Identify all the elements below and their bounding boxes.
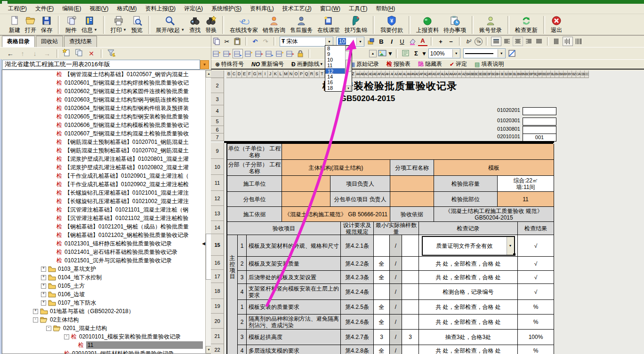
column-header-BW[interactable]: BW [559, 71, 564, 78]
tree-item[interactable]: 检【长螺旋钻孔压灌桩基础】01021002_混凝土灌注 [2, 197, 206, 205]
new-sheet-icon[interactable] [61, 48, 72, 58]
column-header-O[interactable]: O [294, 71, 299, 78]
column-header-R[interactable]: R [309, 71, 314, 78]
column-header-F[interactable]: F [247, 71, 252, 78]
tree-item-label[interactable]: 【长螺旋钻孔压灌桩基础】01021002_混凝土灌注 [64, 197, 189, 205]
row-header-20[interactable]: 20 [211, 314, 224, 329]
align-right-icon[interactable] [524, 37, 533, 46]
menu-item-P[interactable]: 工程(P) [4, 4, 31, 14]
row-header-16[interactable]: 16 [211, 256, 224, 270]
tree-item[interactable]: +0104_地下水控制 [2, 273, 206, 282]
column-header-AM[interactable]: AM [407, 71, 411, 78]
column-header-BG[interactable]: BG [491, 71, 496, 78]
menu-item-L[interactable]: 资料库(L) [246, 4, 278, 14]
tree-item-label[interactable]: 01021401_岩石锚杆基础检验批质量验收记录 [64, 248, 177, 256]
row-header-13[interactable]: 13 [211, 206, 224, 221]
toolbar-button-预览[interactable]: 预览 [131, 15, 143, 33]
tree-item[interactable]: 检【干作业成孔桩基础】01020901_混凝土灌注桩（ [2, 172, 206, 180]
toolbar-button-打开[interactable]: 打开 [25, 15, 36, 33]
tree-item[interactable]: -检02010101_模板安装检验批质量验收记录 [2, 332, 206, 341]
column-header-B[interactable]: B [226, 71, 232, 78]
align-justify-icon[interactable] [491, 37, 501, 46]
column-header-AO[interactable]: AO [415, 71, 419, 78]
column-header-BQ[interactable]: BQ [534, 71, 538, 78]
column-header-BP[interactable]: BP [530, 71, 534, 78]
tree-item-label[interactable]: 02010101_模板安装检验批质量验收记录 [79, 333, 181, 341]
row-header-5[interactable]: 5 [211, 117, 224, 126]
tree-item-label[interactable]: 【泥浆护壁成孔灌注桩基础】01020801_混凝土灌 [64, 155, 189, 163]
merge-cells-icon[interactable] [275, 49, 284, 58]
row-header-21[interactable]: 21 [211, 329, 224, 344]
column-header-BU[interactable]: BU [551, 71, 555, 78]
tree-item-label[interactable]: 01020604_型钢混凝土结构型钢构件组装及预拼装 [64, 104, 189, 112]
tree-item[interactable]: 检02010201_钢筋材料检验批质量验收记录 [2, 349, 206, 354]
row-header-7[interactable]: 7 [211, 134, 224, 141]
column-header-L[interactable]: L [278, 71, 283, 78]
remove-row-icon[interactable]: − [446, 37, 456, 46]
collapse-minus-icon[interactable]: - [64, 334, 69, 339]
zoom-dropdown-icon[interactable]: ▼ [452, 49, 460, 57]
tree-item-label[interactable]: 0201_混凝土结构 [63, 324, 107, 332]
menu-item-T[interactable]: 工具(T) [345, 4, 371, 14]
lock-icon[interactable] [296, 49, 305, 58]
insert-row-below-icon[interactable] [233, 49, 243, 58]
toolbar-button-在线找专家[interactable]: e在线找专家 [230, 15, 258, 33]
column-header-G[interactable]: G [252, 71, 258, 78]
dropdown-arrow-icon[interactable]: ▼ [94, 27, 97, 33]
toolbar-button-待办事项[interactable]: 待办事项 [443, 15, 466, 33]
tree-item[interactable]: 检【泥浆护壁成孔灌注桩基础】01020802_混凝土灌 [2, 163, 206, 172]
column-header-AW[interactable]: AW [449, 71, 453, 78]
tree-item[interactable]: +0106_边坡 [2, 290, 206, 299]
sum-sigma-icon[interactable]: Σ [411, 49, 421, 58]
tree-item-label[interactable]: 【钢桩基础】01021201_钢桩（成品）检验批质量 [64, 223, 189, 231]
toolbar-button-售后服务[interactable]: 售后服务 [290, 15, 313, 33]
column-header-BF[interactable]: BF [487, 71, 491, 78]
row-header-10[interactable]: 10 [211, 159, 224, 175]
column-header-BO[interactable]: BO [525, 71, 530, 78]
font-size-option-8[interactable]: 8 [325, 46, 345, 51]
superscript-icon[interactable]: b² [464, 37, 474, 46]
add-row-icon[interactable]: + [436, 37, 445, 46]
expand-plus-icon[interactable]: + [41, 283, 46, 289]
tree-item-label[interactable]: 01020603_型钢混凝土结构型钢与钢筋连接检验批 [64, 96, 189, 104]
toolbar-button-技巧集锦[interactable]: 技巧集锦 [345, 15, 367, 33]
line-style-combo[interactable]: ▼ [463, 48, 506, 58]
toolbar-button-展开/收起[interactable]: 展开/收起▼ [156, 15, 185, 33]
menu-item-M[interactable]: 格式(M) [113, 4, 141, 14]
row-header-19[interactable]: 19 [211, 299, 224, 314]
column-header-E[interactable]: E [242, 71, 247, 78]
tab-查找结果[interactable]: 查找结果 [64, 36, 97, 47]
row-header-17[interactable]: 17 [211, 270, 224, 283]
tree-item[interactable]: 检【钢桩基础】01021201_钢桩（成品）检验批质量 [2, 222, 206, 231]
font-size-option-9[interactable]: 9 [325, 51, 345, 57]
column-header-BJ[interactable]: BJ [504, 71, 508, 78]
split-cells-icon[interactable] [285, 49, 295, 58]
row-header-4[interactable]: 4 [211, 105, 224, 117]
tree-item[interactable]: 检01020606_型钢混凝土结构模板检验批质量验收记 [2, 121, 206, 129]
column-header-BC[interactable]: BC [475, 71, 479, 78]
tree-item-label[interactable]: 01地基与基础（GB50202-2018） [50, 307, 134, 315]
menu-item-W[interactable]: 窗口(W) [316, 4, 345, 14]
tree-item[interactable]: 检01020607_型钢混凝土结构混凝土检验批质量验收 [2, 129, 206, 138]
tree-item-label[interactable]: 【钢筋混凝土预制桩基础】01020702_钢筋混凝土 [64, 147, 189, 155]
toolbar-button-销售咨询[interactable]: 销售咨询 [263, 15, 285, 33]
fill-color-icon[interactable] [408, 37, 417, 46]
column-header-M[interactable]: M [283, 71, 289, 78]
column-header-BB[interactable]: BB [470, 71, 475, 78]
tree-item-label[interactable]: 0103_基坑支护 [58, 265, 96, 273]
column-header-BE[interactable]: BE [483, 71, 487, 78]
collapse-minus-icon[interactable]: - [46, 326, 51, 331]
tree-item[interactable]: 检01021501_沉井与沉箱检验批质量验收记录 [2, 256, 206, 265]
column-header-CA[interactable]: CA [576, 71, 580, 78]
column-header-H[interactable]: H [258, 71, 263, 78]
row-header-9[interactable]: 9 [211, 143, 224, 159]
menu-item-S[interactable]: 系统维护(S) [207, 4, 246, 14]
fraction-icon[interactable]: ⅟a [475, 38, 483, 46]
font-size-option-10[interactable]: 10 [325, 57, 345, 63]
delete-row-icon[interactable] [244, 49, 253, 58]
row-header-3[interactable]: 3 [211, 93, 224, 105]
column-header-AK[interactable]: AK [398, 71, 402, 78]
form-button-评定[interactable]: ✔评定 [450, 60, 467, 68]
tree-item-label[interactable]: 0106_边坡 [58, 291, 85, 299]
border-color-icon[interactable] [507, 49, 517, 58]
